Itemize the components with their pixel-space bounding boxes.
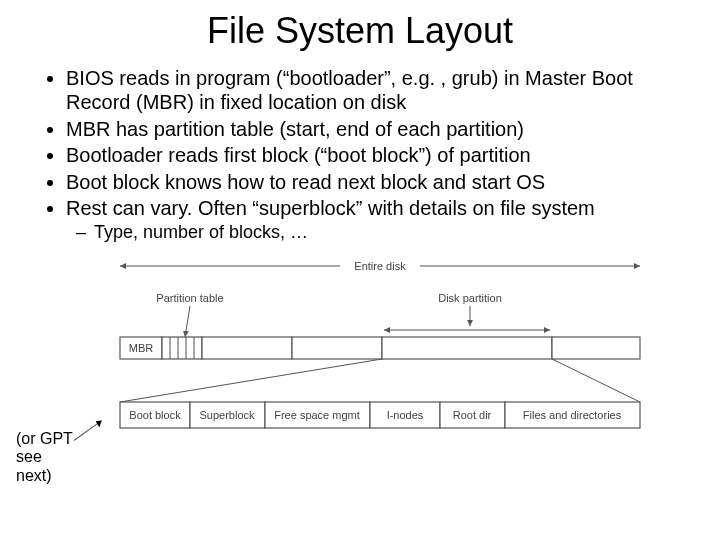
bullet-item: BIOS reads in program (“bootloader”, e.g… [66, 66, 680, 115]
sub-bullet-list: Type, number of blocks, … [66, 222, 680, 244]
svg-line-15 [120, 359, 382, 402]
mbr-label: MBR [129, 342, 154, 354]
slide-title: File System Layout [40, 10, 680, 52]
side-annotation-line1: (or GPT [16, 430, 73, 447]
boot-block-label: Boot block [129, 409, 181, 421]
slide-container: File System Layout BIOS reads in program… [0, 0, 720, 540]
bullet-list: BIOS reads in program (“bootloader”, e.g… [40, 66, 680, 244]
sub-bullet-item: Type, number of blocks, … [94, 222, 680, 244]
root-dir-label: Root dir [453, 409, 492, 421]
bullet-item: Boot block knows how to read next block … [66, 170, 680, 194]
free-space-label: Free space mgmt [274, 409, 360, 421]
bullet-text: Rest can vary. Often “superblock” with d… [66, 197, 595, 219]
svg-line-2 [185, 306, 190, 337]
files-label: Files and directories [523, 409, 622, 421]
partition-table-label: Partition table [156, 292, 223, 304]
bullet-item: Rest can vary. Often “superblock” with d… [66, 196, 680, 244]
bullet-item: Bootloader reads first block (“boot bloc… [66, 143, 680, 167]
inodes-label: I-nodes [387, 409, 424, 421]
disk-layout-diagram: Entire disk Partition table Disk partiti… [100, 252, 660, 436]
svg-rect-12 [382, 337, 552, 359]
svg-rect-13 [552, 337, 640, 359]
annotation-arrow-icon [68, 415, 112, 447]
disk-partition-label: Disk partition [438, 292, 502, 304]
side-annotation: (or GPT see next) [16, 430, 76, 485]
entire-disk-label: Entire disk [354, 260, 406, 272]
svg-rect-10 [202, 337, 292, 359]
side-annotation-line2: see next) [16, 448, 52, 483]
bullet-item: MBR has partition table (start, end of e… [66, 117, 680, 141]
svg-rect-5 [162, 337, 202, 359]
svg-rect-11 [292, 337, 382, 359]
superblock-label: Superblock [199, 409, 255, 421]
svg-line-16 [552, 359, 640, 402]
